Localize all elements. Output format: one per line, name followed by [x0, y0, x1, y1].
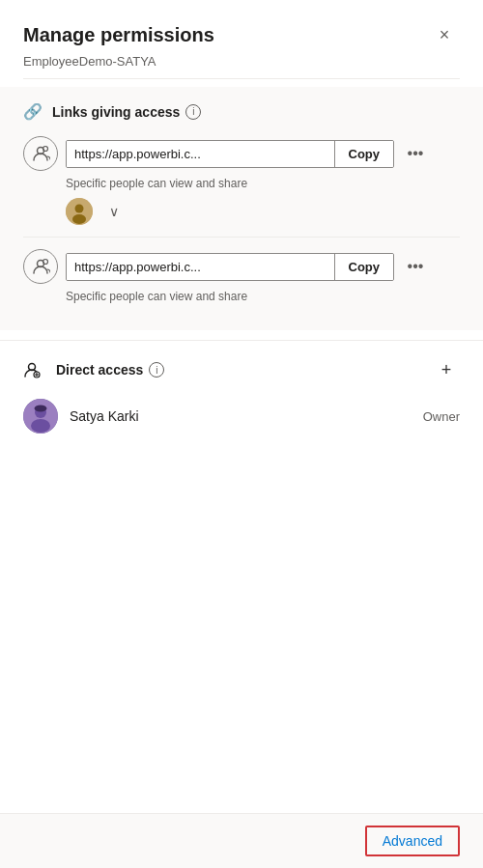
chevron-button-1[interactable]: ∨ — [100, 198, 128, 225]
close-button[interactable]: × — [429, 19, 460, 50]
satya-avatar — [23, 399, 58, 434]
avatar-1 — [66, 198, 93, 225]
svg-point-14 — [35, 406, 47, 412]
satya-avatar-svg — [23, 399, 58, 434]
svg-point-13 — [31, 419, 50, 433]
link-description-2: Specific people can view and share — [66, 290, 460, 303]
link-item-2: Copy ••• Specific people can view and sh… — [23, 249, 460, 303]
direct-access-header: Direct access i + — [23, 356, 460, 383]
panel-content: 🔗 Links giving access i — [0, 87, 483, 813]
url-text-2[interactable] — [67, 254, 335, 280]
satya-role: Owner — [423, 409, 460, 424]
links-section-header: 🔗 Links giving access i — [23, 102, 460, 121]
panel-title: Manage permissions — [23, 24, 214, 46]
link-item-1: Copy ••• Specific people can view and sh… — [23, 136, 460, 225]
panel-subtitle: EmployeeDemo-SATYA — [23, 54, 460, 69]
avatar-row-1: ∨ — [66, 198, 460, 225]
links-info-icon[interactable]: i — [185, 104, 201, 120]
direct-access-title: Direct access — [56, 362, 143, 378]
links-section: 🔗 Links giving access i — [0, 87, 483, 330]
more-button-1[interactable]: ••• — [402, 140, 429, 167]
link-url-row-2: Copy ••• — [23, 249, 460, 284]
add-direct-access-button[interactable]: + — [433, 356, 460, 383]
satya-name: Satya Karki — [70, 408, 412, 424]
people-svg-1 — [31, 144, 50, 163]
panel-header: Manage permissions × EmployeeDemo-SATYA — [0, 0, 483, 87]
link-icon: 🔗 — [23, 102, 43, 121]
people-svg-2 — [31, 257, 50, 276]
links-section-title: Links giving access — [52, 104, 180, 120]
copy-button-1[interactable]: Copy — [335, 141, 394, 167]
svg-point-3 — [75, 205, 84, 213]
copy-button-2[interactable]: Copy — [335, 254, 394, 280]
direct-access-icon — [23, 361, 41, 378]
svg-point-4 — [72, 214, 86, 224]
avatar-svg-1 — [66, 198, 93, 225]
people-icon-2 — [23, 249, 58, 284]
links-divider — [23, 237, 460, 238]
link-url-row-1: Copy ••• — [23, 136, 460, 171]
direct-access-left: Direct access i — [23, 361, 164, 378]
manage-permissions-panel: Manage permissions × EmployeeDemo-SATYA … — [0, 0, 483, 868]
link-description-1: Specific people can view and share — [66, 177, 460, 190]
advanced-button[interactable]: Advanced — [365, 826, 460, 856]
header-divider — [23, 78, 460, 79]
url-copy-group-2: Copy — [66, 253, 394, 281]
more-button-2[interactable]: ••• — [402, 253, 429, 280]
people-icon-1 — [23, 136, 58, 171]
direct-access-info-icon[interactable]: i — [149, 362, 164, 378]
url-copy-group-1: Copy — [66, 140, 394, 168]
title-row: Manage permissions × — [23, 19, 460, 50]
panel-footer: Advanced — [0, 813, 483, 868]
direct-access-section: Direct access i + Satya Karki — [0, 341, 483, 449]
url-text-1[interactable] — [67, 141, 335, 167]
user-item-satya: Satya Karki Owner — [23, 399, 460, 434]
